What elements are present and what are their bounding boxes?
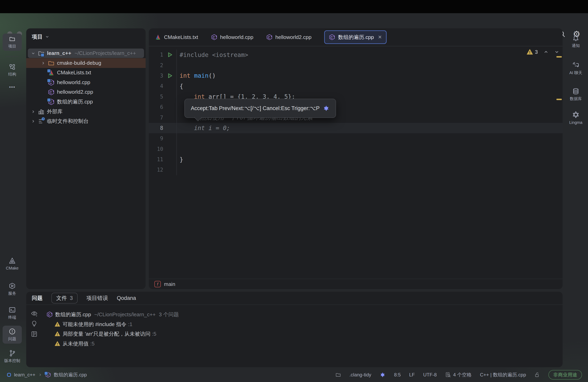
breadcrumb-root[interactable]: learn_c++ <box>14 372 35 378</box>
more-tool-windows-button[interactable]: ••• <box>3 83 22 92</box>
run-line-icon[interactable] <box>167 52 173 58</box>
chevron-down-icon[interactable] <box>31 51 35 56</box>
problem-text: 从未使用值 <box>63 340 89 347</box>
lingma-icon[interactable] <box>379 372 386 378</box>
sidebar-item-structure[interactable]: 结构 <box>3 61 22 79</box>
tab-helloworld2[interactable]: C helloworld2.cpp <box>266 31 312 43</box>
sidebar-item-vcs[interactable]: 版本控制 <box>3 347 22 366</box>
run-line-icon[interactable] <box>167 73 173 79</box>
sidebar-item-lingma[interactable]: Lingma <box>566 108 585 128</box>
svg-text:C: C <box>50 90 52 94</box>
code-text: #include <iostream> <box>180 51 248 58</box>
inspection-widget[interactable]: 3 <box>526 49 559 55</box>
left-tool-stripe: 项目 结构 ••• CMake 服务 终端 <box>0 28 24 368</box>
ai-completion-tooltip: Accept:Tab Prev/Next:⌥[/⌥] Cancel:Esc Tr… <box>184 99 336 118</box>
encoding-widget[interactable]: UTF-8 <box>423 372 437 378</box>
close-icon[interactable]: ✕ <box>378 34 382 40</box>
problem-location: :1 <box>128 321 132 327</box>
services-icon <box>9 283 16 289</box>
tab-project-errors[interactable]: 项目错误 <box>86 294 108 302</box>
cpp-file-icon: C <box>48 98 55 105</box>
tree-row-helloworld2[interactable]: C helloworld2.cpp <box>26 87 146 97</box>
chevron-down-icon <box>45 35 49 39</box>
chevron-right-icon[interactable] <box>41 61 45 65</box>
tree-row-scratches[interactable]: 临时文件和控制台 <box>26 116 146 126</box>
scrollbar-warning-mark[interactable] <box>556 99 562 100</box>
sidebar-item-database[interactable]: 数据库 <box>566 86 585 103</box>
tab-label: CMakeLists.txt <box>164 34 198 40</box>
tree-item-name: CMakeLists.txt <box>57 70 91 76</box>
problem-row[interactable]: 可能未使用的 #include 指令 :1 <box>55 320 132 329</box>
breadcrumb-function-name[interactable]: main <box>164 281 175 287</box>
ellipsis-icon: ••• <box>9 85 15 90</box>
quick-fix-button[interactable] <box>30 321 39 327</box>
tab-file-problems[interactable]: 文件 3 <box>51 293 78 304</box>
sidebar-item-label: 终端 <box>8 315 16 320</box>
chevron-right-icon[interactable] <box>31 119 35 123</box>
cpp-file-icon: C <box>45 372 51 378</box>
preview-source-button[interactable] <box>30 331 39 337</box>
warning-icon <box>55 331 60 337</box>
sidebar-item-problems[interactable]: 问题 <box>3 326 22 344</box>
sidebar-item-label: 版本控制 <box>4 358 20 363</box>
code-line: 3 int main() <box>149 71 563 81</box>
chevron-right-icon <box>38 373 42 377</box>
eye-icon <box>31 310 38 317</box>
clang-tidy-widget[interactable]: .clang-tidy <box>349 372 371 378</box>
tab-label: helloworld.cpp <box>220 34 253 40</box>
editor-area: CMakeLists.txt C helloworld.cpp C hellow… <box>149 28 563 289</box>
tree-row-external-libraries[interactable]: 外部库 <box>26 107 146 116</box>
tab-label: 数组的遍历.cpp <box>338 34 374 41</box>
tree-row-array-traversal[interactable]: C 数组的遍历.cpp <box>26 97 146 107</box>
scrollbar-warning-mark[interactable] <box>556 56 562 57</box>
sidebar-item-services[interactable]: 服务 <box>3 281 22 298</box>
statusbar-breadcrumb[interactable]: learn_c++ C 数组的遍历.cpp <box>7 372 87 378</box>
inspect-document-icon <box>445 372 451 378</box>
indent-widget[interactable]: 4 个空格 <box>445 372 472 378</box>
code-line-current: 8 int i = 0; <box>149 123 563 133</box>
sidebar-item-notifications[interactable]: 通知 <box>566 33 585 50</box>
library-icon <box>38 108 45 115</box>
next-problem-chevron-down-icon[interactable] <box>554 49 559 55</box>
tab-qodana[interactable]: Qodana <box>117 295 136 301</box>
problem-row[interactable]: 局部变量 'arr'只是被分配，从未被访问 :5 <box>55 329 156 339</box>
problems-file-row[interactable]: C 数组的遍历.cpp ~/CLionProjects/learn_c++ 3 … <box>46 310 179 319</box>
tree-row-cmakelists[interactable]: CMakeLists.txt <box>26 68 146 77</box>
caret-position-widget[interactable]: 8:5 <box>394 372 400 378</box>
breadcrumb-file[interactable]: 数组的遍历.cpp <box>54 372 87 378</box>
problem-text: 可能未使用的 #include 指令 <box>63 321 126 328</box>
tree-row-helloworld[interactable]: C helloworld.cpp <box>26 77 146 87</box>
language-widget[interactable]: C++ | 数组的遍历.cpp <box>480 372 526 378</box>
line-separator-widget[interactable]: LF <box>409 372 415 378</box>
status-bar: learn_c++ C 数组的遍历.cpp .clang-tidy 8:5 LF… <box>0 368 588 382</box>
lingma-icon <box>572 111 580 118</box>
tree-row-cmake-build-debug[interactable]: cmake-build-debug <box>26 58 146 68</box>
sidebar-item-label: 结构 <box>8 72 16 76</box>
sidebar-item-cmake[interactable]: CMake <box>3 255 22 272</box>
code-line: 1 #include <iostream> <box>149 50 563 60</box>
tab-helloworld[interactable]: C helloworld.cpp <box>211 31 253 43</box>
project-panel-header[interactable]: 项目 <box>32 32 49 42</box>
warning-icon <box>526 49 533 55</box>
tab-cmakelists[interactable]: CMakeLists.txt <box>155 31 198 43</box>
cmake-icon <box>155 34 161 40</box>
code-editor[interactable]: 1 #include <iostream> 2 3 int main() 4{ … <box>149 47 563 278</box>
problem-row[interactable]: 从未使用值 :5 <box>55 339 95 348</box>
sidebar-item-label: 通知 <box>572 43 580 48</box>
license-badge[interactable]: 非商业用途 <box>548 370 582 380</box>
sidebar-item-label: 问题 <box>8 336 16 341</box>
tab-array-traversal[interactable]: C 数组的遍历.cpp ✕ <box>324 30 386 44</box>
sidebar-item-ai-chat[interactable]: AI 聊天 <box>569 56 583 80</box>
unlocked-icon[interactable] <box>534 372 540 378</box>
chevron-right-icon[interactable] <box>31 110 35 114</box>
sidebar-item-project[interactable]: 项目 <box>3 34 22 51</box>
view-options-button[interactable] <box>30 310 39 317</box>
tree-row-project-root[interactable]: learn_c++ ~/CLionProjects/learn_c++ <box>26 48 146 58</box>
sidebar-item-terminal[interactable]: 终端 <box>3 305 22 322</box>
scratches-icon <box>38 118 45 125</box>
warning-icon <box>55 322 60 327</box>
folder-icon[interactable] <box>336 372 341 378</box>
svg-text:C: C <box>48 313 50 317</box>
warning-icon <box>55 341 60 346</box>
prev-problem-chevron-up-icon[interactable] <box>543 49 549 55</box>
